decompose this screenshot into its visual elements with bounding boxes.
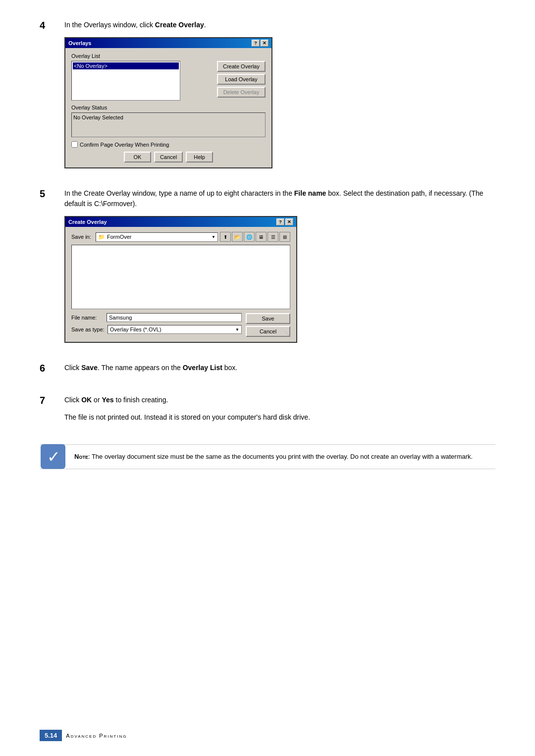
create-overlay-dialog: Create Overlay ? ✕ Save in: 📁 FormOver ▼ [64,216,297,343]
create-cancel-btn[interactable]: Cancel [246,326,290,337]
step-7-number: 7 [40,395,64,406]
step-6-before: Click [64,364,81,372]
step-4-bold: Create Overlay [155,21,204,29]
overlays-titlebar: Overlays ? ✕ [65,38,271,48]
step-6-bold: Save [81,364,98,372]
overlay-buttons: Create Overlay Load Overlay Delete Overl… [217,61,266,98]
web-icon[interactable]: 🌐 [244,232,255,242]
help-dialog-btn[interactable]: Help [186,152,213,162]
footer-number: 14 [50,732,57,739]
note-box: ✓ Note: The overlay document size must b… [40,444,495,469]
detail-view-icon[interactable]: ⊞ [279,232,290,242]
footer-badge-text: 5. [45,732,50,739]
create-help-btn[interactable]: ? [276,218,284,225]
create-titlebar-controls: ? ✕ [276,218,293,225]
toolbar-icons: ⬆ 📂 🌐 🖥 ☰ ⊞ [220,232,290,242]
up-folder-icon[interactable]: ⬆ [220,232,231,242]
step-6-body: Click Save. The name appears on the Over… [64,363,495,380]
folder-name: FormOver [107,234,132,240]
ok-btn[interactable]: OK [124,152,151,162]
list-view-icon[interactable]: ☰ [268,232,278,242]
dropdown-arrow-icon: ▼ [212,235,215,239]
step-4-text-after: . [204,21,206,29]
folder-icon: 📁 [98,234,105,240]
create-overlay-btn[interactable]: Create Overlay [217,61,266,72]
titlebar-controls: ? ✕ [252,40,268,47]
confirm-overlay-checkbox[interactable] [71,141,78,148]
step-5-number: 5 [40,188,64,200]
step-7-mid: or [92,396,102,404]
savetype-label: Save as type: [71,326,105,332]
create-close-btn[interactable]: ✕ [285,218,293,225]
note-label: Note [74,453,88,460]
filename-input[interactable] [107,313,242,322]
overlays-title: Overlays [68,40,91,46]
step-7-bold2: Yes [102,396,113,404]
step-7-text: Click OK or Yes to finish creating. [64,395,495,405]
filename-row: File name: [71,313,242,322]
step-7-bold: OK [81,396,92,404]
fields-col: File name: Save as type: Overlay Files (… [71,313,242,334]
dialog-footer: OK Cancel Help [71,152,266,162]
step-4: 4 In the Overlays window, click Create O… [40,20,495,173]
overlays-body: Overlay List <No Overlay> Create Overlay… [65,48,271,167]
new-folder-icon[interactable]: 📂 [232,232,243,242]
step-7-body: Click OK or Yes to finish creating. The … [64,395,495,430]
close-btn[interactable]: ✕ [261,40,268,47]
checkbox-label: Confirm Page Overlay When Printing [80,142,169,148]
step-7-subtext: The file is not printed out. Instead it … [64,412,495,423]
step-7-before: Click [64,396,81,404]
overlays-dialog: Overlays ? ✕ Overlay List <No Overlay> [64,37,272,168]
step-4-number: 4 [40,20,64,31]
overlay-list-box[interactable]: <No Overlay> [71,61,180,101]
savein-label: Save in: [71,234,94,240]
step-5-body: In the Create Overlay window, type a nam… [64,188,495,348]
savetype-row: Save as type: Overlay Files (*.OVL) ▼ [71,325,242,334]
page-footer: 5.14 Advanced Printing [40,730,127,741]
status-text: No Overlay Selected [73,114,123,120]
step-4-text: In the Overlays window, click Create Ove… [64,20,495,30]
overlay-list-item[interactable]: <No Overlay> [73,62,179,69]
step-7: 7 Click OK or Yes to finish creating. Th… [40,395,495,430]
step-6-number: 6 [40,363,64,374]
savetype-value: Overlay Files (*.OVL) [110,326,161,332]
savetype-arrow-icon: ▼ [235,327,239,332]
help-btn[interactable]: ? [252,40,260,47]
create-buttons: Save Cancel ⋱ [246,313,290,337]
note-text: Note: The overlay document size must be … [74,452,473,462]
savetype-dropdown[interactable]: Overlay Files (*.OVL) ▼ [107,325,242,334]
step-6-text: Click Save. The name appears on the Over… [64,363,495,373]
overlay-list-row: <No Overlay> Create Overlay Load Overlay… [71,61,266,101]
svg-text:✓: ✓ [47,447,60,465]
step-6: 6 Click Save. The name appears on the Ov… [40,363,495,380]
cancel-btn[interactable]: Cancel [154,152,183,162]
status-box: No Overlay Selected [71,112,266,137]
status-section: Overlay Status No Overlay Selected [71,105,266,137]
create-titlebar: Create Overlay ? ✕ [65,217,296,227]
step-7-after: to finish creating. [114,396,168,404]
step-6-end: box. [222,364,237,372]
overlay-list-label: Overlay List [71,53,266,59]
page-content: 4 In the Overlays window, click Create O… [40,20,495,469]
step-5-bold1: File name [294,189,326,197]
status-label: Overlay Status [71,105,266,110]
savein-dropdown[interactable]: 📁 FormOver ▼ [96,232,218,242]
create-title: Create Overlay [68,219,107,225]
step-4-body: In the Overlays window, click Create Ove… [64,20,495,173]
footer-label: Advanced Printing [66,733,127,739]
step-5-text1: In the Create Overlay window, type a nam… [64,189,294,197]
step-7-sub: The file is not printed out. Instead it … [64,413,310,421]
footer-badge: 5.14 [40,730,62,741]
step-6-after: . The name appears on the [98,364,183,372]
network-icon[interactable]: 🖥 [256,232,267,242]
filename-label: File name: [71,315,104,321]
delete-overlay-btn[interactable]: Delete Overlay [217,87,266,98]
save-btn[interactable]: Save [246,313,290,324]
load-overlay-btn[interactable]: Load Overlay [217,74,266,85]
step-6-bold2: Overlay List [183,364,222,372]
checkbox-row: Confirm Page Overlay When Printing [71,141,266,148]
list-col: <No Overlay> [71,61,213,101]
savein-row: Save in: 📁 FormOver ▼ ⬆ 📂 🌐 🖥 ☰ [71,232,290,242]
note-bird-icon: ✓ [40,443,67,470]
step-4-text-before: In the Overlays window, click [64,21,155,29]
